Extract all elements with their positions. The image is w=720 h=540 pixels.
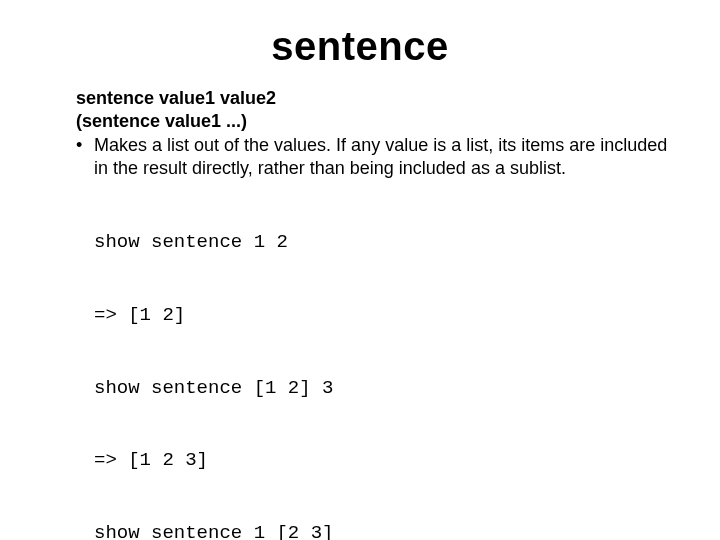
code-line: show sentence [1 2] 3 xyxy=(94,376,672,400)
bullet-icon: • xyxy=(76,134,94,157)
slide-body: sentence value1 value2 (sentence value1 … xyxy=(76,87,672,540)
code-line: => [1 2 3] xyxy=(94,448,672,472)
code-block: show sentence 1 2 => [1 2] show sentence… xyxy=(94,181,672,540)
description-text: Makes a list out of the values. If any v… xyxy=(94,134,672,179)
syntax-line-1: sentence value1 value2 xyxy=(76,87,672,110)
code-line: show sentence 1 [2 3] xyxy=(94,521,672,540)
code-line: show sentence 1 2 xyxy=(94,230,672,254)
syntax-line-2: (sentence value1 ...) xyxy=(76,110,672,133)
bullet-item: • Makes a list out of the values. If any… xyxy=(76,134,672,179)
slide-title: sentence xyxy=(48,24,672,69)
slide: sentence sentence value1 value2 (sentenc… xyxy=(0,0,720,540)
code-line: => [1 2] xyxy=(94,303,672,327)
